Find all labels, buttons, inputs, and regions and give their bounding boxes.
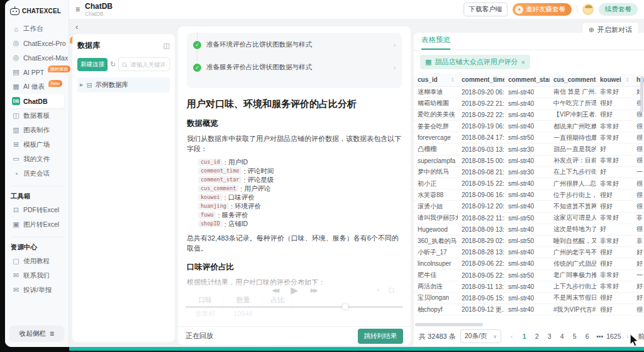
column-header-comment_time[interactable]: comment_time▲▼ <box>458 74 504 86</box>
table-row[interactable]: 肥牛佳2018-09-05 22:50sml-str50老广同事极力推...非常… <box>414 270 644 281</box>
template-icon: ⊞ <box>12 140 20 149</box>
vertical-scrollbar[interactable] <box>640 76 643 113</box>
sidebar-item-pdf-to-excel[interactable]: ⊡PDF转Excel <box>9 203 64 217</box>
sidebar-item-ai-ppt[interactable]: ▤AI PPT限时体验 <box>9 65 64 79</box>
page-button-6[interactable]: 6 <box>581 330 593 343</box>
page-size-select[interactable]: 20条/页 ∨ <box>460 329 501 343</box>
sidebar-item-workbench[interactable]: ⌂工作台 <box>9 21 64 36</box>
fast-forward-icon[interactable]: ▶▶ <box>311 287 317 293</box>
files-icon: ▭ <box>12 155 20 163</box>
horizontal-scrollbar[interactable] <box>415 323 483 326</box>
download-client-button[interactable]: 下载客户端 <box>464 3 508 16</box>
column-header-kouwei[interactable]: kouwei▲▼ <box>596 74 633 86</box>
sidebar-item-tutorial[interactable]: ▢使用教程 <box>9 254 64 268</box>
top-header: ≡ ChatDB ChatDB 下载客户端 ✦ 邀好友赚套餐 续费套餐 <box>69 0 644 19</box>
column-header-cus_comment[interactable]: cus_comment▲▼ <box>550 74 596 86</box>
table-row[interactable]: 柚chopyf2018-09-12 更...sml-str40#我为VIP代言#… <box>414 304 644 315</box>
sidebar-item-my-files[interactable]: ▭我的文件 <box>9 152 64 166</box>
table-cell: sml-str40 <box>504 224 550 235</box>
step-item[interactable]: ✓准备服务评价占比饼状图数据与样式› <box>193 63 396 72</box>
tree-caret-icon[interactable]: ▶ <box>80 82 83 88</box>
page-ellipsis: ••• <box>594 330 606 343</box>
table-row[interactable]: 爱吃的美美侠2018-09-22 22:16sml-str40【VIP冲刺王者.… <box>414 109 644 120</box>
sidebar-item-chart-maker[interactable]: ▥图表制作 <box>9 123 64 137</box>
page-button-5[interactable]: 5 <box>569 330 580 343</box>
tab-table-preview[interactable]: 表格预览 <box>421 35 450 50</box>
table-row[interactable]: 稱霸幼稚園2018-09-22 21:49sml-str40中午吃完了所谓...… <box>414 98 644 109</box>
table-row[interactable]: Hugewood2018-08-09 13:03sml-str40这次是特地为了… <box>414 224 644 235</box>
sort-icon[interactable]: ▲▼ <box>596 77 596 82</box>
sidebar-item-label: 联系我们 <box>23 271 50 280</box>
page-subtitle: ChatDB <box>85 11 113 17</box>
refresh-icon[interactable]: ↻ <box>110 60 116 69</box>
sidebar-item-chatdb[interactable]: DBChatDB <box>9 94 64 108</box>
table-row[interactable]: 请叫我伊丽莎丸...2018-08-22 11:30sml-str50这家店可谓… <box>414 212 644 224</box>
sidebar-item-templates[interactable]: ⊞模板广场 <box>9 137 64 152</box>
table-row[interactable]: 360_执着的马2018-08-29 02:02sml-str50睡到自然醒，又… <box>414 235 644 246</box>
renew-plan-button[interactable]: 续费套餐 <box>599 3 638 16</box>
sidebar-item-contact[interactable]: ✉联系我们 <box>9 268 64 283</box>
rewind-icon[interactable]: ◀◀ <box>272 287 278 293</box>
table-row[interactable]: forevercage2018-08-24 17:58sml-str50一直很期… <box>414 132 644 144</box>
tutorial-icon: ▢ <box>12 257 20 265</box>
step-item[interactable]: ✓准备环境评价占比饼状图数据与样式› <box>193 40 396 49</box>
sidebar-item-complaint[interactable]: ✉投诉/举报 <box>9 283 64 297</box>
table-cell: 非常好 <box>596 235 633 246</box>
page-button-2[interactable]: 2 <box>531 330 543 343</box>
page-button-1625[interactable]: 1625 <box>606 330 621 343</box>
table-row[interactable]: 滚烫小姐2018-09-12 20:44sml-str40不知道算不算网...很… <box>414 201 644 212</box>
table-row[interactable]: 姜姜会吃胖2018-09-19 06:36sml-str40都说来广州吃糖...… <box>414 121 644 132</box>
sidebar-item-chatexcel-max[interactable]: ◎ChatExcel-Max <box>9 50 64 65</box>
table-row[interactable]: superclampfa2018-08-15 00:39sml-str40补发点… <box>414 155 644 166</box>
dataset-tag[interactable]: ▦ 甜品店铺大众点评用户评分 × <box>420 55 530 69</box>
collapse-sidebar-button[interactable]: 收起侧栏 ≡ <box>9 326 64 342</box>
play-icon[interactable]: ▶ <box>291 285 298 296</box>
pagination-bar: 共 32483 条 20条/页 ∨ ‹123456•••1625› 前往 <box>414 327 644 346</box>
table-row[interactable]: 宝贝longan2018-09-05 15:34sml-str40不是周末节假日… <box>414 292 644 304</box>
table-row[interactable]: 小昕子_172018-08-28 13:02sml-str40广州的老字号不..… <box>414 247 644 258</box>
speed-icon[interactable]: ◔ <box>376 287 380 293</box>
page-button-1[interactable]: 1 <box>518 330 530 343</box>
table-row[interactable]: lincolnsuper2018-09-06 22:14sml-str40传统的… <box>414 258 644 270</box>
search-input[interactable] <box>129 60 166 69</box>
prev-page-button[interactable]: ‹ <box>506 330 518 343</box>
field-desc: 用户评论 <box>244 185 270 193</box>
table-cell: sml-str50 <box>504 270 550 281</box>
table-cell: 一直很期待也最... <box>550 132 596 144</box>
close-icon[interactable]: × <box>521 59 525 66</box>
sidebar-item-image-to-excel[interactable]: ▣图片转Excel <box>9 217 64 232</box>
database-search[interactable] <box>118 57 170 71</box>
table-row[interactable]: 迷糊泰迪2018-09-20 06:48sml-str40南信 算是 广州...… <box>414 86 644 98</box>
table-cell: 迷糊泰迪 <box>414 86 458 98</box>
invite-friends-button[interactable]: ✦ 邀好友赚套餐 <box>513 3 572 16</box>
replay-progress-bar[interactable] <box>186 306 403 308</box>
page-button-4[interactable]: 4 <box>556 330 568 343</box>
tree-item-sample-database[interactable]: ▶ ⊟ 示例数据库 <box>77 77 170 93</box>
table-cell: sml-str50 <box>504 235 550 246</box>
new-connection-button[interactable]: 新建连接 <box>77 58 108 71</box>
table-row[interactable]: 梦中的纸马2018-09-08 21:13sml-str30在上下九步行街...… <box>414 166 644 178</box>
jump-to-result-button[interactable]: 跳转到结果 <box>358 329 404 344</box>
replay-progress-thumb[interactable] <box>342 304 348 310</box>
table-row[interactable]: 凸榴榴2018-09-03 13:12sml-str30甜品一直是我的...好很 <box>414 144 644 155</box>
column-header-comment_star[interactable]: comment_star▲▼ <box>504 74 550 86</box>
table-row[interactable]: 水芙蓉882018-09-06 16:06sml-str40位于步行街上，...… <box>414 190 644 201</box>
sidebar-item-history[interactable]: ◔历史会话 <box>9 166 64 181</box>
column-header-cus_id[interactable]: cus_id▲▼ <box>414 74 458 86</box>
field-desc: 用户ID <box>228 158 248 167</box>
table-row[interactable]: 初小正2018-09-15 22:26sml-str40广州很胖人...忍...… <box>414 178 644 190</box>
sidebar-item-ai-table[interactable]: ▦AI 做表New <box>9 79 64 94</box>
sidebar-item-chatexcel-pro[interactable]: ◎ChatExcel-Pro推荐 <box>9 36 64 50</box>
avatar[interactable] <box>582 4 594 15</box>
table-cell: 非常好 <box>596 281 633 292</box>
sort-icon[interactable]: ▲▼ <box>626 77 629 82</box>
page-button-3[interactable]: 3 <box>543 330 555 343</box>
table-row[interactable]: 两活勿连2018-09-11 13:18sml-str40上下九步行街上...非… <box>414 281 644 292</box>
panel-toggle-icon[interactable]: ◫ <box>164 42 170 50</box>
fullscreen-icon[interactable]: ▢ <box>389 287 394 293</box>
hamburger-icon[interactable]: ≡ <box>75 5 80 14</box>
sort-icon[interactable]: ▲▼ <box>452 77 454 82</box>
gift-icon: ✦ <box>515 6 523 14</box>
sidebar-item-dashboard[interactable]: ◫数据看板 <box>9 108 64 123</box>
back-chevron-icon[interactable]: ‹ <box>75 22 78 31</box>
